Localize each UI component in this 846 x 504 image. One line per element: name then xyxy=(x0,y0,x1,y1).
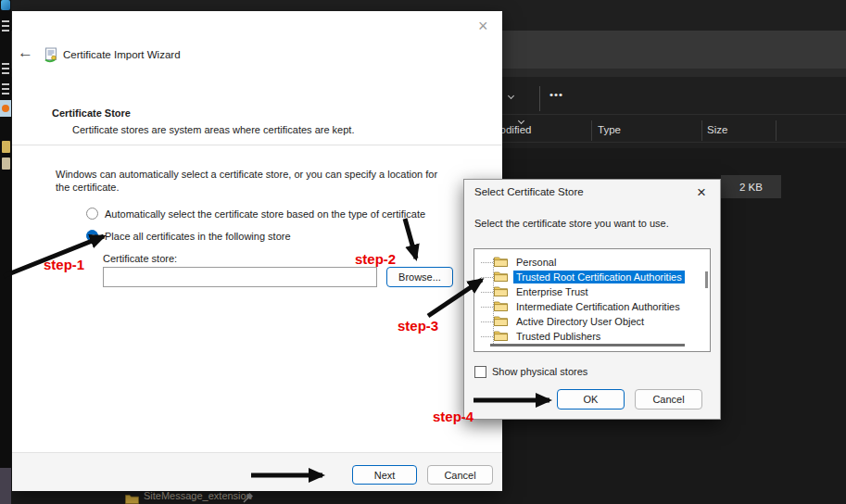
chevron-down-icon xyxy=(508,93,514,99)
step-3-label: step-3 xyxy=(398,318,438,334)
column-separator[interactable] xyxy=(591,120,592,141)
certificate-store-input[interactable] xyxy=(103,267,377,287)
folder-icon[interactable] xyxy=(2,158,10,170)
edge-sidebar xyxy=(0,0,11,504)
folder-icon xyxy=(494,315,508,328)
page-subheading: Certificate stores are system areas wher… xyxy=(72,124,354,135)
cancel-button[interactable]: Cancel xyxy=(427,465,493,485)
active-item-icon xyxy=(2,105,9,112)
store-item-label[interactable]: Trusted Publishers xyxy=(513,330,603,343)
close-icon[interactable]: × xyxy=(697,183,706,202)
list-item[interactable]: Active Directory User Object xyxy=(474,314,710,329)
vertical-scrollbar[interactable] xyxy=(705,271,708,288)
radio-place-all-label[interactable]: Place all certificates in the following … xyxy=(105,231,291,242)
certificate-import-wizard-dialog: × ← Certificate Import Wizard Certificat… xyxy=(12,11,502,491)
toolbar-divider xyxy=(473,114,846,115)
step-2-label: step-2 xyxy=(355,251,396,267)
header-divider xyxy=(12,145,502,145)
close-icon[interactable]: × xyxy=(478,19,488,33)
folder-icon xyxy=(494,300,508,313)
list-icon[interactable] xyxy=(2,63,9,74)
column-header-type[interactable]: Type xyxy=(598,124,621,135)
list-item[interactable]: Trusted Publishers xyxy=(474,329,710,344)
folder-icon xyxy=(494,330,508,343)
dialog-cancel-button[interactable]: Cancel xyxy=(635,389,702,410)
step-1-label: step-1 xyxy=(44,257,84,272)
step-4-label: step-4 xyxy=(433,409,474,424)
intro-text-line2: the certificate. xyxy=(56,182,119,193)
header-divider xyxy=(473,142,846,143)
store-item-label[interactable]: Enterprise Trust xyxy=(513,285,591,298)
edge-app-icon[interactable] xyxy=(1,0,10,10)
wizard-title: Certificate Import Wizard xyxy=(63,49,181,60)
list-item[interactable]: Personal xyxy=(474,255,710,270)
folder-icon xyxy=(494,285,508,298)
radio-place-all[interactable] xyxy=(86,230,98,242)
folder-icon xyxy=(125,491,139,504)
list-item[interactable]: Enterprise Trust xyxy=(474,284,710,299)
show-physical-stores-label[interactable]: Show physical stores xyxy=(492,366,587,377)
certificate-icon xyxy=(44,47,59,65)
radio-auto-select-label[interactable]: Automatically select the certificate sto… xyxy=(105,208,425,220)
folder-icon xyxy=(494,256,508,269)
sidebar-item-sitemessage[interactable]: SiteMessage_extension xyxy=(144,490,252,501)
list-item-selected[interactable]: Trusted Root Certification Authorities xyxy=(474,270,710,284)
horizontal-scrollbar[interactable] xyxy=(490,344,685,346)
radio-auto-select[interactable] xyxy=(86,208,98,220)
file-size-cell: 2 KB xyxy=(721,175,781,198)
browse-button[interactable]: Browse... xyxy=(386,267,453,287)
ellipsis-icon: ••• xyxy=(549,89,563,100)
ok-button[interactable]: OK xyxy=(557,389,625,410)
active-item-highlight[interactable] xyxy=(0,100,11,117)
next-button[interactable]: Next xyxy=(352,465,417,485)
list-item[interactable]: Intermediate Certification Authorities xyxy=(474,299,710,314)
dialog-title: Select Certificate Store xyxy=(474,186,584,197)
back-arrow-icon[interactable]: ← xyxy=(18,44,33,62)
certificate-store-label: Certificate store: xyxy=(103,253,177,264)
pin-icon xyxy=(243,490,253,504)
column-header-size[interactable]: Size xyxy=(707,124,727,135)
dialog-instruction: Select the certificate store you want to… xyxy=(474,218,669,229)
column-separator[interactable] xyxy=(776,120,777,141)
intro-text-line1: Windows can automatically select a certi… xyxy=(56,169,437,180)
show-physical-stores-checkbox[interactable] xyxy=(474,366,486,378)
select-certificate-store-dialog: Select Certificate Store × Select the ce… xyxy=(463,179,721,420)
store-item-label[interactable]: Intermediate Certification Authorities xyxy=(513,300,683,313)
certificate-store-list[interactable]: Personal Trusted Root Certification Auth… xyxy=(474,248,711,352)
store-item-label[interactable]: Active Directory User Object xyxy=(513,315,647,328)
store-item-label[interactable]: Trusted Root Certification Authorities xyxy=(513,271,685,284)
column-separator[interactable] xyxy=(701,120,702,141)
toolbar-separator xyxy=(539,86,540,111)
screen: View ••• Modified Type Size 2 KB SiteMes… xyxy=(0,0,846,504)
more-options-button[interactable]: ••• xyxy=(549,89,563,100)
sidebar-footer xyxy=(0,468,11,504)
page-heading: Certificate Store xyxy=(52,107,131,119)
folder-icon[interactable] xyxy=(2,141,10,153)
list-icon[interactable] xyxy=(2,20,9,32)
folder-icon xyxy=(494,271,508,284)
store-item-label[interactable]: Personal xyxy=(513,256,559,269)
list-icon[interactable] xyxy=(2,83,9,94)
